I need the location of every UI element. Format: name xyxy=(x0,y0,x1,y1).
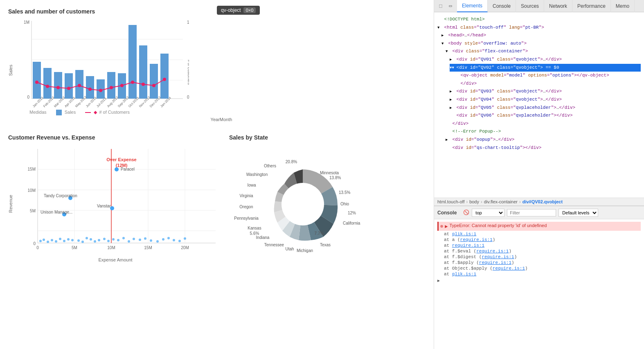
svg-point-100 xyxy=(178,240,181,242)
svg-point-95 xyxy=(150,239,152,242)
svg-point-85 xyxy=(98,239,100,241)
html-line-qv03[interactable]: <div id="QV03" class="qvobject">…</div> xyxy=(450,88,641,96)
svg-text:10: 10 xyxy=(187,20,189,25)
svg-text:13.5%: 13.5% xyxy=(339,190,350,195)
tab-memo[interactable]: Memo xyxy=(611,0,635,12)
console-refresh-icon[interactable]: 🚫 xyxy=(463,209,469,216)
svg-text:13.8%: 13.8% xyxy=(329,176,341,180)
svg-text:1M: 1M xyxy=(24,20,29,25)
error-stack-line-3: at require.is:1 xyxy=(437,243,641,248)
console-label: Console xyxy=(437,210,457,216)
breadcrumb-html[interactable]: html.touch-off xyxy=(437,199,464,204)
svg-text:Indiana: Indiana xyxy=(256,235,270,240)
devtools-panel: ⬚ ▭ Elements Console Sources Network Per… xyxy=(434,0,644,349)
breadcrumb-flex[interactable]: div.flex-container xyxy=(484,199,518,204)
svg-text:Tennessee: Tennessee xyxy=(264,243,284,247)
triangle-oopup xyxy=(446,137,450,143)
tab-network[interactable]: Network xyxy=(544,0,572,12)
html-line-head[interactable]: <head>…</head> xyxy=(441,32,641,40)
console-filter-input[interactable] xyxy=(507,209,556,216)
tab-elements[interactable]: Elements xyxy=(457,0,488,12)
html-line-qvobj[interactable]: <qv-object model="model" options="option… xyxy=(454,72,641,80)
triangle-body xyxy=(441,41,446,47)
svg-point-72 xyxy=(43,239,45,241)
svg-point-75 xyxy=(55,240,57,243)
expand-more-arrow[interactable]: ▶ xyxy=(437,279,440,283)
svg-rect-16 xyxy=(107,72,115,99)
svg-text:10M: 10M xyxy=(28,188,36,193)
svg-text:Tandy Corporation: Tandy Corporation xyxy=(44,194,77,198)
html-line-qv05[interactable]: <div id="QV05" class="qvplaceholder">…</… xyxy=(450,104,641,112)
html-line-html[interactable]: <html class="touch-off" lang="pt-BR"> xyxy=(437,24,641,32)
svg-text:Over Expense: Over Expense xyxy=(106,157,136,162)
inspect-icon[interactable]: ⬚ xyxy=(437,3,444,9)
svg-text:20.8%: 20.8% xyxy=(286,160,297,164)
console-controls: 🚫 top Default levels xyxy=(463,209,598,217)
svg-text:Washington: Washington xyxy=(246,172,268,177)
console-toolbar: Console 🚫 top Default levels xyxy=(434,206,644,219)
svg-point-77 xyxy=(63,240,65,242)
breadcrumb-qv02[interactable]: div#QV02.qvobject xyxy=(522,199,563,204)
medidas-label: Medidas Sales ◆ # of Customers xyxy=(17,110,426,115)
svg-point-90 xyxy=(122,237,125,239)
expand-triangle[interactable]: ▶ xyxy=(445,223,448,230)
tab-performance[interactable]: Performance xyxy=(572,0,611,12)
svg-text:15M: 15M xyxy=(144,245,152,250)
svg-point-101 xyxy=(184,237,186,240)
svg-text:10M: 10M xyxy=(107,245,115,250)
html-line-tooltip-div[interactable]: <div id="qs-chart-tooltip"></div> xyxy=(446,144,641,152)
tab-console[interactable]: Console xyxy=(488,0,516,12)
html-line-qv04[interactable]: <div id="QV04" class="qvobject">…</div> xyxy=(450,96,641,104)
svg-point-92 xyxy=(133,238,135,240)
tab-sources[interactable]: Sources xyxy=(516,0,544,12)
svg-point-74 xyxy=(51,239,53,241)
donut-chart-area: Minnesota 13.8% Ohio 13.5% California 12… xyxy=(229,145,376,268)
scatter-chart-section: Customer Revenue vs. Expense Revenue xyxy=(8,134,217,268)
console-levels-select[interactable]: Default levels xyxy=(558,209,598,217)
triangle-qv04 xyxy=(450,97,454,103)
svg-point-97 xyxy=(162,238,164,241)
legend-sales: Sales xyxy=(65,110,76,115)
svg-point-25 xyxy=(67,87,70,90)
svg-text:7.7%: 7.7% xyxy=(315,231,324,236)
svg-point-98 xyxy=(167,237,170,239)
svg-text:Ohio: Ohio xyxy=(340,202,349,206)
medidas-text: Medidas xyxy=(29,110,47,115)
svg-text:Others: Others xyxy=(264,164,276,168)
device-icon[interactable]: ▭ xyxy=(447,3,454,9)
html-line-flex[interactable]: <div class="flex-container"> xyxy=(446,47,641,56)
triangle-qv02: ▼ xyxy=(450,65,454,71)
svg-text:0: 0 xyxy=(33,241,36,246)
svg-text:0: 0 xyxy=(36,245,39,250)
svg-point-86 xyxy=(103,238,106,240)
console-top-select[interactable]: top xyxy=(472,209,504,217)
svg-point-96 xyxy=(156,240,159,243)
error-message: TypeError: Cannot read property 'id' of … xyxy=(449,223,547,228)
svg-text:Texas: Texas xyxy=(320,243,331,247)
svg-text:Kansas: Kansas xyxy=(248,226,261,230)
html-tree-panel: <!DOCTYPE html> <html class="touch-off" … xyxy=(434,12,644,198)
legend-customers: # of Customers xyxy=(99,110,130,115)
error-stack-line-7: at Object.$apply (require.is:1) xyxy=(437,266,641,271)
svg-text:Paracel: Paracel xyxy=(121,167,135,171)
html-line-qv01[interactable]: <div id="QV01" class="qvobject">…</div> xyxy=(450,56,641,64)
breadcrumb-body[interactable]: body xyxy=(469,199,479,204)
svg-text:5M: 5M xyxy=(72,245,77,250)
html-line-body[interactable]: <body style="overflow: auto"> xyxy=(441,40,641,48)
html-line-comment[interactable]: <!--Error Popup--> xyxy=(446,128,641,136)
svg-point-78 xyxy=(67,238,70,241)
donut-chart-section: Sales by State xyxy=(229,134,426,268)
error-stack-line-8: at qlik.is:1 xyxy=(437,272,641,277)
html-line-qv06[interactable]: <div id="QV06" class="qvplaceholder"></d… xyxy=(450,112,641,120)
html-line-oopup[interactable]: <div id="oopup">…</div> xyxy=(446,136,641,144)
error-line: ⊗ ▶ TypeError: Cannot read property 'id'… xyxy=(437,222,641,231)
svg-text:Michigan: Michigan xyxy=(297,248,313,253)
html-line-div-close1[interactable]: </div> xyxy=(454,80,641,88)
html-line-doctype[interactable]: <!DOCTYPE html> xyxy=(437,16,641,24)
svg-text:Utah: Utah xyxy=(285,247,294,251)
triangle-qv05 xyxy=(450,105,454,111)
tooltip-badge: 0×0 xyxy=(243,7,256,13)
html-line-qv02[interactable]: ▼ <div id="QV02" class="qvobject"> == $0 xyxy=(450,64,641,72)
svg-text:# of Customers: # of Customers xyxy=(187,60,189,85)
html-line-div-close2[interactable]: </div> xyxy=(446,120,641,128)
